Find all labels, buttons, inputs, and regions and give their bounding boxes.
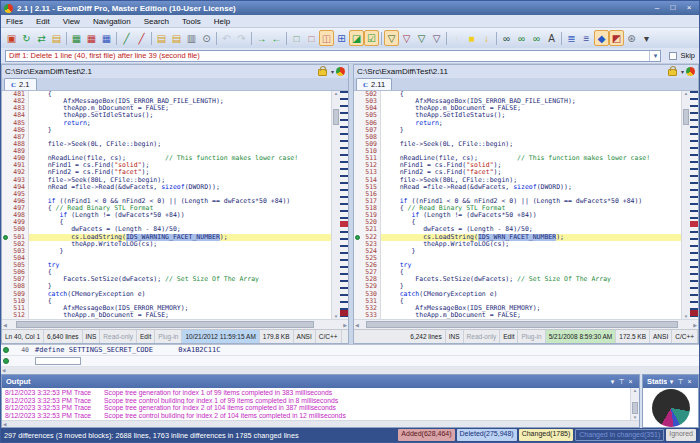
close-icon[interactable]: × bbox=[626, 378, 635, 385]
diff-navigation-bar: Diff 1: Delete 1 line (40, first file) a… bbox=[1, 48, 699, 64]
next-diff-icon[interactable]: ↓ bbox=[479, 30, 494, 46]
pin-icon[interactable]: ⊤ bbox=[617, 378, 626, 386]
swap-panes-icon[interactable]: ⇄ bbox=[34, 30, 49, 46]
code-line: 491 nFind1 = cs.Find("solid"); bbox=[2, 162, 331, 169]
statistics-body bbox=[643, 388, 698, 427]
save-second-icon[interactable]: ▦ bbox=[84, 30, 99, 46]
c-file-icon: C bbox=[11, 81, 16, 89]
chevron-down-icon[interactable]: ▾ bbox=[681, 68, 684, 75]
chevron-down-icon[interactable]: ▾ bbox=[649, 51, 660, 61]
line-number: 512 bbox=[2, 312, 29, 319]
scrollbar-thumb[interactable] bbox=[16, 321, 314, 328]
code-line: 504 bbox=[2, 255, 331, 262]
code-line: 508 } bbox=[2, 283, 331, 290]
lock-icon[interactable] bbox=[668, 69, 677, 76]
search-icon[interactable]: ⊙ bbox=[199, 30, 214, 46]
view-first-only-icon[interactable]: □ bbox=[289, 30, 304, 46]
left-diff-map[interactable] bbox=[340, 91, 348, 319]
lock-icon[interactable] bbox=[318, 69, 327, 76]
filter-changed-icon[interactable]: ▽ bbox=[414, 30, 429, 46]
recompare-icon[interactable]: ↻ bbox=[19, 30, 34, 46]
plugins-icon[interactable]: ◆ bbox=[594, 30, 609, 46]
menu-item-files[interactable]: Files bbox=[6, 17, 23, 26]
changed-line-marker-icon[interactable] bbox=[3, 235, 8, 240]
output-horizontal-scrollbar[interactable] bbox=[2, 420, 639, 427]
current-diff-icon[interactable]: ■ bbox=[464, 30, 479, 46]
menu-item-view[interactable]: View bbox=[63, 17, 80, 26]
view-grid-icon[interactable]: ⊞ bbox=[334, 30, 349, 46]
word-wrap-icon[interactable]: ≡ bbox=[579, 30, 594, 46]
right-editor[interactable]: 502 {503 AfxMessageBox(IDS_ERROR_BAD_FIL… bbox=[354, 91, 698, 319]
close-button[interactable]: × bbox=[682, 3, 696, 14]
scrollbar-thumb[interactable] bbox=[333, 109, 339, 125]
scrollbar-thumb[interactable] bbox=[683, 109, 689, 125]
filter-all-icon[interactable]: ▽ bbox=[384, 30, 399, 46]
right-diff-map[interactable] bbox=[690, 91, 698, 319]
current-diff-combobox[interactable]: Diff 1: Delete 1 line (40, first file) a… bbox=[5, 50, 661, 62]
scrollbar-thumb[interactable] bbox=[632, 402, 638, 414]
minimize-button[interactable]: – bbox=[650, 3, 664, 14]
chevron-down-icon[interactable]: ▾ bbox=[667, 378, 676, 386]
code-text: theApp.m_bDocument = FALSE; bbox=[29, 312, 331, 319]
left-editor[interactable]: 481 {482 AfxMessageBox(IDS_ERROR_BAD_FIL… bbox=[2, 91, 348, 319]
close-icon[interactable]: × bbox=[685, 378, 694, 385]
save-first-icon[interactable]: ▦ bbox=[69, 30, 84, 46]
show-checkboxes-icon[interactable]: ☑ bbox=[364, 30, 379, 46]
show-differences-icon[interactable]: ◪ bbox=[349, 30, 364, 46]
view-split-icon[interactable]: ◫ bbox=[319, 30, 334, 46]
output-message: Scope tree control building for index 1 … bbox=[104, 397, 630, 405]
left-vertical-scrollbar[interactable] bbox=[331, 91, 340, 319]
match-case-icon[interactable]: A bbox=[544, 30, 559, 46]
changed-line-marker-icon[interactable] bbox=[3, 358, 9, 364]
maximize-button[interactable]: □ bbox=[666, 3, 680, 14]
open-folder-icon[interactable]: ▤ bbox=[49, 30, 64, 46]
right-horizontal-scrollbar[interactable] bbox=[354, 319, 698, 329]
status-badge: Changed(1785) bbox=[519, 429, 574, 441]
edit-first-icon[interactable]: ╱ bbox=[119, 30, 134, 46]
code-text: nFind1 = cs.Find("solid"); bbox=[29, 162, 331, 169]
prev-change-icon[interactable]: ← bbox=[269, 30, 284, 46]
view-second-only-icon[interactable]: □ bbox=[304, 30, 319, 46]
filter-moved-icon[interactable]: ▽ bbox=[429, 30, 444, 46]
pin-icon[interactable]: ⊤ bbox=[676, 378, 685, 386]
detail-scrollbar[interactable] bbox=[1, 367, 699, 374]
output-row: 8/12/2023 3:32:53 PMTraceScope tree cont… bbox=[2, 412, 630, 420]
edit-second-icon[interactable]: ╱ bbox=[134, 30, 149, 46]
menu-item-edit[interactable]: Edit bbox=[36, 17, 50, 26]
code-text bbox=[29, 191, 331, 198]
scrollbar-thumb[interactable] bbox=[366, 321, 678, 328]
find-prev-icon[interactable]: ∞ bbox=[529, 30, 544, 46]
tab-left-file[interactable]: C 2.1 bbox=[4, 78, 37, 90]
code-text bbox=[381, 191, 681, 198]
find-next-icon[interactable]: ∞ bbox=[514, 30, 529, 46]
tree-view-icon[interactable]: ≣ bbox=[564, 30, 579, 46]
right-vertical-scrollbar[interactable] bbox=[681, 91, 690, 319]
menu-item-tools[interactable]: Tools bbox=[182, 17, 201, 26]
menu-item-help[interactable]: Help bbox=[214, 17, 230, 26]
save-both-icon[interactable]: ▦ bbox=[99, 30, 114, 46]
changed-line-marker-icon[interactable] bbox=[3, 347, 9, 353]
filter-deleted-icon[interactable]: ▽ bbox=[399, 30, 414, 46]
find-icon[interactable]: ∞ bbox=[499, 30, 514, 46]
right-tab-bar: C 2.11 bbox=[354, 78, 698, 91]
overflow-chevron-icon[interactable]: ▾ bbox=[639, 30, 654, 46]
output-vertical-scrollbar[interactable] bbox=[630, 388, 639, 420]
options-gear-icon[interactable]: ⊛ bbox=[624, 30, 639, 46]
chevron-down-icon[interactable]: ▾ bbox=[608, 378, 617, 386]
menu-item-search[interactable]: Search bbox=[144, 17, 169, 26]
print-icon[interactable]: ▥ bbox=[184, 30, 199, 46]
copy-to-second-icon[interactable]: ▤ bbox=[169, 30, 184, 46]
next-change-icon[interactable]: → bbox=[254, 30, 269, 46]
chevron-down-icon[interactable]: ▾ bbox=[331, 68, 334, 75]
code-line: 524 } bbox=[354, 248, 681, 255]
compare-files-icon[interactable]: ▣ bbox=[4, 30, 19, 46]
sessions-icon[interactable]: ◩ bbox=[609, 30, 624, 46]
copy-to-first-icon[interactable]: ▤ bbox=[154, 30, 169, 46]
left-horizontal-scrollbar[interactable] bbox=[2, 319, 348, 329]
skip-checkbox[interactable] bbox=[669, 52, 677, 60]
code-line: 505 try bbox=[2, 262, 331, 269]
tab-right-file[interactable]: C 2.11 bbox=[356, 78, 392, 90]
changed-line-marker-icon[interactable] bbox=[355, 235, 360, 240]
menu-item-navigation[interactable]: Navigation bbox=[93, 17, 131, 26]
code-line: 484 theApp.SetIdleStatus(); bbox=[2, 112, 331, 119]
